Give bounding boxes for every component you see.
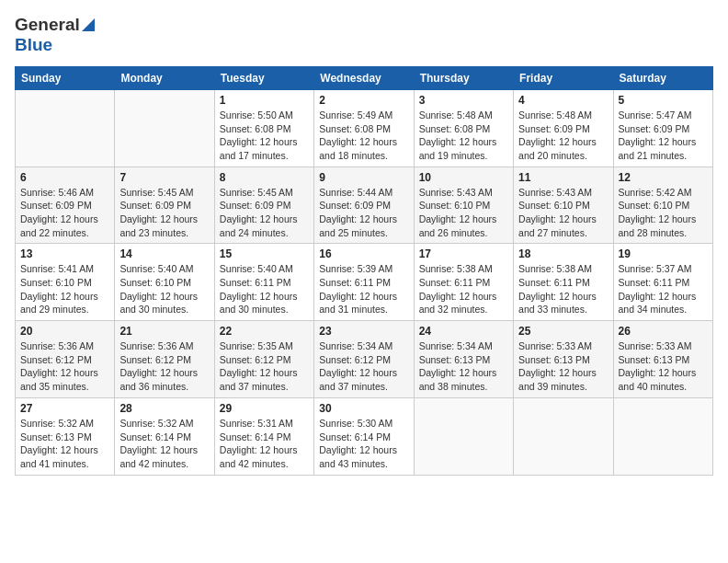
calendar-week-row: 1Sunrise: 5:50 AM Sunset: 6:08 PM Daylig…	[16, 89, 713, 167]
day-number: 10	[419, 171, 508, 184]
calendar-cell: 16Sunrise: 5:39 AM Sunset: 6:11 PM Dayli…	[314, 244, 414, 321]
day-info: Sunrise: 5:36 AM Sunset: 6:12 PM Dayligh…	[119, 339, 209, 394]
calendar-week-row: 27Sunrise: 5:32 AM Sunset: 6:13 PM Dayli…	[16, 397, 713, 475]
day-number: 28	[119, 402, 209, 415]
calendar-cell: 9Sunrise: 5:44 AM Sunset: 6:09 PM Daylig…	[314, 167, 414, 244]
day-number: 8	[220, 171, 309, 184]
calendar-cell: 4Sunrise: 5:48 AM Sunset: 6:09 PM Daylig…	[514, 89, 613, 167]
day-info: Sunrise: 5:32 AM Sunset: 6:14 PM Dayligh…	[119, 417, 209, 471]
day-number: 12	[619, 171, 708, 184]
weekday-header-tuesday: Tuesday	[214, 66, 313, 89]
day-number: 1	[220, 94, 309, 107]
calendar-cell: 25Sunrise: 5:33 AM Sunset: 6:13 PM Dayli…	[514, 321, 613, 398]
calendar-cell: 28Sunrise: 5:32 AM Sunset: 6:14 PM Dayli…	[115, 397, 214, 475]
calendar-cell: 24Sunrise: 5:34 AM Sunset: 6:13 PM Dayli…	[414, 321, 513, 398]
calendar-cell	[414, 397, 513, 475]
day-number: 9	[319, 171, 408, 184]
day-number: 5	[619, 94, 708, 107]
calendar-cell	[16, 89, 115, 167]
day-number: 19	[619, 247, 708, 260]
calendar-cell: 15Sunrise: 5:40 AM Sunset: 6:11 PM Dayli…	[214, 244, 313, 321]
calendar-cell: 3Sunrise: 5:48 AM Sunset: 6:08 PM Daylig…	[414, 89, 513, 167]
day-info: Sunrise: 5:49 AM Sunset: 6:08 PM Dayligh…	[319, 109, 408, 163]
day-number: 27	[20, 402, 109, 415]
weekday-header-saturday: Saturday	[613, 66, 712, 89]
calendar-cell	[115, 89, 214, 167]
day-number: 3	[419, 94, 508, 107]
day-info: Sunrise: 5:32 AM Sunset: 6:13 PM Dayligh…	[20, 417, 109, 471]
svg-marker-0	[82, 18, 95, 31]
day-info: Sunrise: 5:50 AM Sunset: 6:08 PM Dayligh…	[220, 109, 309, 163]
day-number: 18	[518, 247, 608, 260]
day-info: Sunrise: 5:45 AM Sunset: 6:09 PM Dayligh…	[119, 186, 209, 240]
calendar-cell: 19Sunrise: 5:37 AM Sunset: 6:11 PM Dayli…	[613, 244, 712, 321]
day-info: Sunrise: 5:42 AM Sunset: 6:10 PM Dayligh…	[619, 186, 708, 240]
calendar-cell: 13Sunrise: 5:41 AM Sunset: 6:10 PM Dayli…	[16, 244, 115, 321]
day-info: Sunrise: 5:33 AM Sunset: 6:13 PM Dayligh…	[518, 339, 608, 394]
day-info: Sunrise: 5:48 AM Sunset: 6:08 PM Dayligh…	[419, 109, 508, 163]
calendar-week-row: 13Sunrise: 5:41 AM Sunset: 6:10 PM Dayli…	[16, 244, 713, 321]
calendar-table: SundayMondayTuesdayWednesdayThursdayFrid…	[15, 66, 713, 476]
calendar-cell: 10Sunrise: 5:43 AM Sunset: 6:10 PM Dayli…	[414, 167, 513, 244]
day-info: Sunrise: 5:33 AM Sunset: 6:13 PM Dayligh…	[619, 339, 708, 394]
day-info: Sunrise: 5:43 AM Sunset: 6:10 PM Dayligh…	[518, 186, 608, 240]
day-number: 29	[220, 402, 309, 415]
day-info: Sunrise: 5:44 AM Sunset: 6:09 PM Dayligh…	[319, 186, 408, 240]
weekday-header-row: SundayMondayTuesdayWednesdayThursdayFrid…	[16, 66, 713, 89]
day-info: Sunrise: 5:43 AM Sunset: 6:10 PM Dayligh…	[419, 186, 508, 240]
calendar-cell: 1Sunrise: 5:50 AM Sunset: 6:08 PM Daylig…	[214, 89, 313, 167]
day-number: 24	[419, 325, 508, 338]
calendar-cell: 7Sunrise: 5:45 AM Sunset: 6:09 PM Daylig…	[115, 167, 214, 244]
day-number: 22	[220, 325, 309, 338]
calendar-cell: 18Sunrise: 5:38 AM Sunset: 6:11 PM Dayli…	[514, 244, 613, 321]
day-number: 30	[319, 402, 408, 415]
calendar-cell: 8Sunrise: 5:45 AM Sunset: 6:09 PM Daylig…	[214, 167, 313, 244]
day-info: Sunrise: 5:47 AM Sunset: 6:09 PM Dayligh…	[619, 109, 708, 163]
calendar-cell: 14Sunrise: 5:40 AM Sunset: 6:10 PM Dayli…	[115, 244, 214, 321]
calendar-cell: 23Sunrise: 5:34 AM Sunset: 6:12 PM Dayli…	[314, 321, 414, 398]
day-number: 6	[20, 171, 109, 184]
calendar-cell: 30Sunrise: 5:30 AM Sunset: 6:14 PM Dayli…	[314, 397, 414, 475]
calendar-cell: 22Sunrise: 5:35 AM Sunset: 6:12 PM Dayli…	[214, 321, 313, 398]
day-number: 20	[20, 325, 109, 338]
calendar-cell: 27Sunrise: 5:32 AM Sunset: 6:13 PM Dayli…	[16, 397, 115, 475]
page-header: General Blue	[15, 15, 713, 55]
day-info: Sunrise: 5:38 AM Sunset: 6:11 PM Dayligh…	[518, 262, 608, 316]
day-number: 2	[319, 94, 408, 107]
weekday-header-sunday: Sunday	[16, 66, 115, 89]
calendar-cell: 26Sunrise: 5:33 AM Sunset: 6:13 PM Dayli…	[613, 321, 712, 398]
day-info: Sunrise: 5:40 AM Sunset: 6:11 PM Dayligh…	[220, 262, 309, 316]
day-info: Sunrise: 5:46 AM Sunset: 6:09 PM Dayligh…	[20, 186, 109, 240]
day-number: 4	[518, 94, 608, 107]
day-number: 11	[518, 171, 608, 184]
day-number: 23	[319, 325, 408, 338]
logo: General Blue	[15, 15, 97, 55]
day-number: 17	[419, 247, 508, 260]
day-info: Sunrise: 5:36 AM Sunset: 6:12 PM Dayligh…	[20, 339, 109, 394]
day-number: 25	[518, 325, 608, 338]
calendar-cell: 21Sunrise: 5:36 AM Sunset: 6:12 PM Dayli…	[115, 321, 214, 398]
calendar-week-row: 6Sunrise: 5:46 AM Sunset: 6:09 PM Daylig…	[16, 167, 713, 244]
calendar-week-row: 20Sunrise: 5:36 AM Sunset: 6:12 PM Dayli…	[16, 321, 713, 398]
day-info: Sunrise: 5:31 AM Sunset: 6:14 PM Dayligh…	[220, 417, 309, 471]
weekday-header-friday: Friday	[514, 66, 613, 89]
day-info: Sunrise: 5:45 AM Sunset: 6:09 PM Dayligh…	[220, 186, 309, 240]
calendar-cell: 6Sunrise: 5:46 AM Sunset: 6:09 PM Daylig…	[16, 167, 115, 244]
day-info: Sunrise: 5:35 AM Sunset: 6:12 PM Dayligh…	[220, 339, 309, 394]
day-number: 16	[319, 247, 408, 260]
logo: General Blue	[15, 15, 97, 55]
day-info: Sunrise: 5:39 AM Sunset: 6:11 PM Dayligh…	[319, 262, 408, 316]
day-info: Sunrise: 5:37 AM Sunset: 6:11 PM Dayligh…	[619, 262, 708, 316]
weekday-header-wednesday: Wednesday	[314, 66, 414, 89]
day-number: 21	[119, 325, 209, 338]
day-info: Sunrise: 5:48 AM Sunset: 6:09 PM Dayligh…	[518, 109, 608, 163]
calendar-cell: 17Sunrise: 5:38 AM Sunset: 6:11 PM Dayli…	[414, 244, 513, 321]
day-info: Sunrise: 5:34 AM Sunset: 6:13 PM Dayligh…	[419, 339, 508, 394]
day-info: Sunrise: 5:30 AM Sunset: 6:14 PM Dayligh…	[319, 417, 408, 471]
weekday-header-monday: Monday	[115, 66, 214, 89]
day-number: 7	[119, 171, 209, 184]
day-info: Sunrise: 5:40 AM Sunset: 6:10 PM Dayligh…	[119, 262, 209, 316]
weekday-header-thursday: Thursday	[414, 66, 513, 89]
calendar-cell: 2Sunrise: 5:49 AM Sunset: 6:08 PM Daylig…	[314, 89, 414, 167]
calendar-cell: 11Sunrise: 5:43 AM Sunset: 6:10 PM Dayli…	[514, 167, 613, 244]
